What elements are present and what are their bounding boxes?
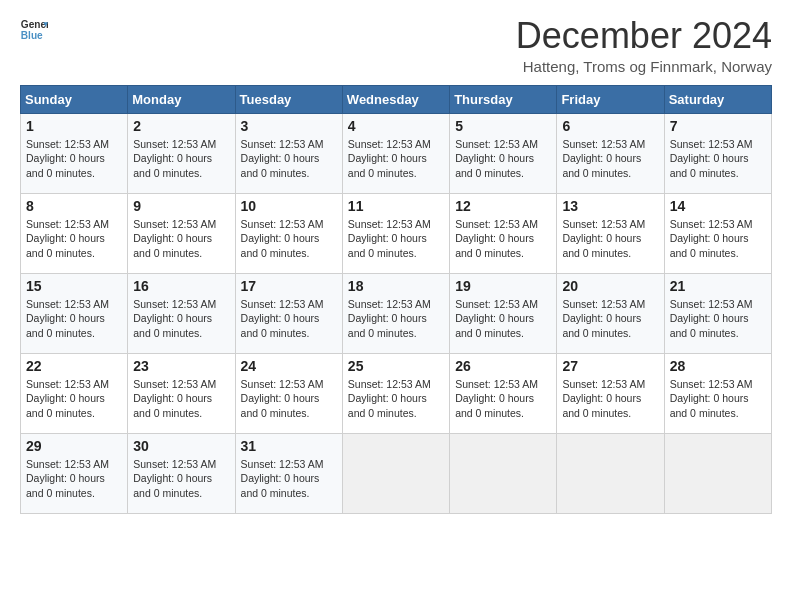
table-row: 24Sunset: 12:53 AM Daylight: 0 hours and… [235,353,342,433]
table-row: 28Sunset: 12:53 AM Daylight: 0 hours and… [664,353,771,433]
day-number: 11 [348,198,444,214]
calendar-week-row: 15Sunset: 12:53 AM Daylight: 0 hours and… [21,273,772,353]
calendar-week-row: 29Sunset: 12:53 AM Daylight: 0 hours and… [21,433,772,513]
day-number: 14 [670,198,766,214]
table-row: 5Sunset: 12:53 AM Daylight: 0 hours and … [450,113,557,193]
day-number: 16 [133,278,229,294]
col-thursday: Thursday [450,85,557,113]
col-tuesday: Tuesday [235,85,342,113]
day-number: 9 [133,198,229,214]
day-number: 7 [670,118,766,134]
table-row: 15Sunset: 12:53 AM Daylight: 0 hours and… [21,273,128,353]
table-row: 20Sunset: 12:53 AM Daylight: 0 hours and… [557,273,664,353]
day-info: Sunset: 12:53 AM Daylight: 0 hours and 0… [26,457,122,501]
table-row: 17Sunset: 12:53 AM Daylight: 0 hours and… [235,273,342,353]
table-row: 1Sunset: 12:53 AM Daylight: 0 hours and … [21,113,128,193]
logo-icon: General Blue [20,16,48,44]
title-area: December 2024 Hatteng, Troms og Finnmark… [516,16,772,75]
day-number: 18 [348,278,444,294]
svg-text:General: General [21,19,48,30]
table-row: 22Sunset: 12:53 AM Daylight: 0 hours and… [21,353,128,433]
day-number: 23 [133,358,229,374]
table-row: 9Sunset: 12:53 AM Daylight: 0 hours and … [128,193,235,273]
day-info: Sunset: 12:53 AM Daylight: 0 hours and 0… [562,217,658,261]
day-number: 28 [670,358,766,374]
day-info: Sunset: 12:53 AM Daylight: 0 hours and 0… [348,137,444,181]
calendar-week-row: 8Sunset: 12:53 AM Daylight: 0 hours and … [21,193,772,273]
table-row: 11Sunset: 12:53 AM Daylight: 0 hours and… [342,193,449,273]
day-info: Sunset: 12:53 AM Daylight: 0 hours and 0… [133,297,229,341]
day-number: 5 [455,118,551,134]
day-info: Sunset: 12:53 AM Daylight: 0 hours and 0… [241,137,337,181]
table-row: 30Sunset: 12:53 AM Daylight: 0 hours and… [128,433,235,513]
table-row: 21Sunset: 12:53 AM Daylight: 0 hours and… [664,273,771,353]
day-number: 25 [348,358,444,374]
day-info: Sunset: 12:53 AM Daylight: 0 hours and 0… [241,217,337,261]
day-number: 6 [562,118,658,134]
table-row: 23Sunset: 12:53 AM Daylight: 0 hours and… [128,353,235,433]
day-info: Sunset: 12:53 AM Daylight: 0 hours and 0… [133,377,229,421]
day-number: 19 [455,278,551,294]
calendar: Sunday Monday Tuesday Wednesday Thursday… [20,85,772,514]
day-number: 21 [670,278,766,294]
day-info: Sunset: 12:53 AM Daylight: 0 hours and 0… [562,297,658,341]
day-info: Sunset: 12:53 AM Daylight: 0 hours and 0… [670,297,766,341]
day-info: Sunset: 12:53 AM Daylight: 0 hours and 0… [348,377,444,421]
day-info: Sunset: 12:53 AM Daylight: 0 hours and 0… [241,377,337,421]
table-row [557,433,664,513]
day-number: 12 [455,198,551,214]
day-number: 17 [241,278,337,294]
day-number: 30 [133,438,229,454]
day-info: Sunset: 12:53 AM Daylight: 0 hours and 0… [26,217,122,261]
day-number: 22 [26,358,122,374]
table-row: 16Sunset: 12:53 AM Daylight: 0 hours and… [128,273,235,353]
col-friday: Friday [557,85,664,113]
day-info: Sunset: 12:53 AM Daylight: 0 hours and 0… [670,217,766,261]
table-row: 29Sunset: 12:53 AM Daylight: 0 hours and… [21,433,128,513]
table-row: 4Sunset: 12:53 AM Daylight: 0 hours and … [342,113,449,193]
day-info: Sunset: 12:53 AM Daylight: 0 hours and 0… [348,217,444,261]
table-row: 27Sunset: 12:53 AM Daylight: 0 hours and… [557,353,664,433]
page: General Blue December 2024 Hatteng, Trom… [0,0,792,612]
table-row [342,433,449,513]
day-info: Sunset: 12:53 AM Daylight: 0 hours and 0… [562,137,658,181]
table-row: 12Sunset: 12:53 AM Daylight: 0 hours and… [450,193,557,273]
table-row: 13Sunset: 12:53 AM Daylight: 0 hours and… [557,193,664,273]
table-row: 7Sunset: 12:53 AM Daylight: 0 hours and … [664,113,771,193]
day-info: Sunset: 12:53 AM Daylight: 0 hours and 0… [26,137,122,181]
day-info: Sunset: 12:53 AM Daylight: 0 hours and 0… [670,137,766,181]
day-number: 13 [562,198,658,214]
table-row: 8Sunset: 12:53 AM Daylight: 0 hours and … [21,193,128,273]
day-info: Sunset: 12:53 AM Daylight: 0 hours and 0… [670,377,766,421]
day-number: 2 [133,118,229,134]
day-info: Sunset: 12:53 AM Daylight: 0 hours and 0… [133,217,229,261]
table-row [664,433,771,513]
day-info: Sunset: 12:53 AM Daylight: 0 hours and 0… [562,377,658,421]
day-info: Sunset: 12:53 AM Daylight: 0 hours and 0… [455,377,551,421]
day-number: 26 [455,358,551,374]
day-number: 20 [562,278,658,294]
table-row: 3Sunset: 12:53 AM Daylight: 0 hours and … [235,113,342,193]
logo: General Blue [20,16,48,44]
col-monday: Monday [128,85,235,113]
table-row: 10Sunset: 12:53 AM Daylight: 0 hours and… [235,193,342,273]
day-info: Sunset: 12:53 AM Daylight: 0 hours and 0… [133,137,229,181]
day-number: 29 [26,438,122,454]
day-number: 4 [348,118,444,134]
day-number: 31 [241,438,337,454]
col-saturday: Saturday [664,85,771,113]
col-sunday: Sunday [21,85,128,113]
day-info: Sunset: 12:53 AM Daylight: 0 hours and 0… [241,457,337,501]
table-row: 31Sunset: 12:53 AM Daylight: 0 hours and… [235,433,342,513]
day-number: 10 [241,198,337,214]
table-row: 6Sunset: 12:53 AM Daylight: 0 hours and … [557,113,664,193]
day-info: Sunset: 12:53 AM Daylight: 0 hours and 0… [455,217,551,261]
month-title: December 2024 [516,16,772,56]
svg-text:Blue: Blue [21,30,43,41]
day-number: 24 [241,358,337,374]
day-number: 1 [26,118,122,134]
header: General Blue December 2024 Hatteng, Trom… [20,16,772,75]
table-row: 19Sunset: 12:53 AM Daylight: 0 hours and… [450,273,557,353]
day-info: Sunset: 12:53 AM Daylight: 0 hours and 0… [348,297,444,341]
day-info: Sunset: 12:53 AM Daylight: 0 hours and 0… [241,297,337,341]
